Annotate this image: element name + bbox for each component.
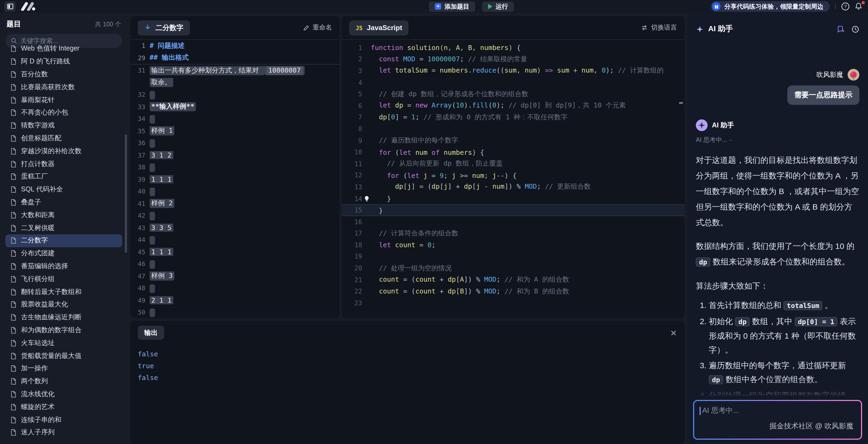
line-number: 10 bbox=[342, 148, 362, 156]
sidebar-item[interactable]: 迷人子序列 bbox=[5, 426, 122, 439]
document-icon bbox=[10, 391, 17, 398]
document-icon bbox=[10, 314, 17, 321]
sidebar-item[interactable]: 二叉树供暖 bbox=[5, 221, 122, 234]
sidebar-item[interactable]: 流水线优化 bbox=[5, 388, 122, 401]
sidebar-toggle-button[interactable] bbox=[4, 1, 16, 11]
code-line: 18 let count = 0; bbox=[342, 239, 684, 251]
switch-language-button[interactable]: 切换语言 bbox=[641, 23, 677, 32]
sidebar-item[interactable]: 穿越沙漠的补给次数 bbox=[5, 145, 122, 158]
line-content bbox=[150, 284, 340, 293]
sidebar-item[interactable]: 蛋糕工厂 bbox=[5, 170, 122, 183]
line-number: 34 bbox=[130, 115, 150, 123]
sidebar-item[interactable]: 火车站选址 bbox=[5, 337, 122, 350]
sidebar-item[interactable]: 股票收益最大化 bbox=[5, 298, 122, 311]
line-number: 21 bbox=[342, 276, 362, 283]
sidebar-item[interactable]: 古生物血缘远近判断 bbox=[5, 311, 122, 324]
sidebar-item[interactable]: 和为偶数的数字组合 bbox=[5, 324, 122, 337]
line-content: 输出一共有多少种划分方式，结果对 10000007 bbox=[150, 66, 340, 75]
problem-tab[interactable]: 二分数字 bbox=[138, 20, 190, 35]
sidebar-item[interactable]: 百分位数 bbox=[5, 68, 122, 81]
sidebar-item[interactable]: 螺旋的艺术 bbox=[5, 401, 122, 414]
line-content: 样例 1 bbox=[150, 127, 340, 136]
sidebar-item[interactable]: 叠盘子 bbox=[5, 196, 122, 209]
sidebar-item-label: 打点计数器 bbox=[21, 159, 55, 169]
inline-code-chip: dp[0] = 1 bbox=[795, 317, 837, 326]
sidebar-item[interactable]: SQL 代码补全 bbox=[5, 183, 122, 196]
sidebar-item[interactable]: 阿 D 的飞行路线 bbox=[5, 55, 122, 68]
output-tab[interactable]: 输出 bbox=[138, 326, 164, 340]
lightbulb-icon[interactable] bbox=[364, 196, 369, 202]
sidebar-scrollbar[interactable] bbox=[125, 134, 127, 253]
markdown-sticky-line: 1# 问题描述 bbox=[130, 40, 340, 52]
markdown-line: 373 1 2 bbox=[130, 149, 340, 161]
code-line: 3 let totalSum = numbers.reduce((sum, nu… bbox=[342, 65, 684, 77]
sidebar-item[interactable]: 打点计数器 bbox=[5, 158, 122, 170]
sidebar-item[interactable]: 猜数字游戏 bbox=[5, 119, 122, 132]
document-icon bbox=[10, 352, 17, 359]
sidebar-item[interactable]: 不再贪心的小包 bbox=[5, 106, 122, 119]
help-button[interactable]: ? bbox=[841, 2, 850, 11]
sidebar-item[interactable]: 暴雨梨花针 bbox=[5, 94, 122, 106]
problem-list: Web 色值转 Integer阿 D 的飞行路线百分位数比赛最高获胜次数暴雨梨花… bbox=[5, 42, 122, 439]
close-icon[interactable]: ✕ bbox=[670, 329, 677, 337]
line-content bbox=[150, 114, 340, 123]
search-input[interactable] bbox=[21, 37, 117, 45]
line-number: 1 bbox=[130, 42, 150, 50]
js-badge-icon: JS bbox=[356, 25, 363, 31]
sidebar-item[interactable]: 货船载货量的最大值 bbox=[5, 349, 122, 362]
ai-steps-list: 首先计算数组的总和 totalSum 。初始化 dp 数组，其中 dp[0] =… bbox=[696, 298, 859, 396]
sidebar-item-label: 蛋糕工厂 bbox=[21, 172, 48, 181]
plus-icon: + bbox=[435, 3, 441, 10]
code-line: 16 bbox=[342, 216, 684, 228]
text-cursor bbox=[700, 407, 701, 415]
line-number: 29 bbox=[130, 54, 150, 62]
sidebar-item[interactable]: 两个数列 bbox=[5, 375, 122, 388]
selection-block bbox=[150, 284, 155, 293]
line-content: } bbox=[371, 195, 684, 203]
line-number: 44 bbox=[130, 236, 150, 244]
ai-step-item: 首先计算数组的总和 totalSum 。 bbox=[709, 298, 859, 313]
sidebar-item[interactable]: 飞行棋分组 bbox=[5, 273, 122, 286]
code-line: 1function solution(n, A, B, numbers) { bbox=[342, 42, 684, 54]
line-content: 3 1 2 bbox=[150, 151, 340, 159]
chat-input[interactable]: AI 思考中... 掘金技术社区 @ 吹风影魔 bbox=[693, 400, 862, 440]
console-output-line: true bbox=[138, 360, 677, 372]
notifications-button[interactable] bbox=[855, 2, 863, 11]
markdown-editor[interactable]: 31输出一共有多少种划分方式，结果对 10000007取余。3233**输入样例… bbox=[130, 65, 340, 318]
sparkle-icon bbox=[696, 25, 704, 33]
sidebar-item[interactable]: 创意标题匹配 bbox=[5, 132, 122, 145]
sidebar-item-label: 流水线优化 bbox=[21, 390, 55, 399]
line-number: 9 bbox=[342, 137, 362, 144]
document-icon bbox=[10, 301, 17, 308]
ai-message-body: 对于这道题，我们的目标是找出将数组数字划分为两组，使得一组数字和的个位数为 A … bbox=[696, 152, 859, 396]
sidebar-item-label: Web 色值转 Integer bbox=[21, 44, 80, 54]
markdown-line: 492 1 1 bbox=[130, 294, 340, 306]
sidebar-item[interactable]: 番茄编辑的选择 bbox=[5, 260, 122, 273]
history-clock-icon bbox=[851, 25, 859, 33]
arrow-down-icon bbox=[144, 24, 151, 31]
promo-banner[interactable]: 分享代码练习体验，领限量定制周边 bbox=[711, 1, 830, 12]
sidebar-item[interactable]: 连续子串的和 bbox=[5, 413, 122, 426]
markdown-line: 47样例 3 bbox=[130, 270, 340, 282]
sidebar-item[interactable]: 二分数字 bbox=[5, 234, 122, 247]
sidebar-item-label: 不再贪心的小包 bbox=[21, 108, 68, 117]
line-number: 19 bbox=[342, 253, 362, 261]
ai-step-item: 分别处理一组为空和两组都有数字的情况，计算符合条件的组合数。 bbox=[709, 389, 859, 396]
line-number: 38 bbox=[130, 164, 150, 171]
sidebar-item[interactable]: 翻转后最大子数组和 bbox=[5, 285, 122, 298]
document-icon bbox=[10, 225, 17, 231]
new-chat-button[interactable] bbox=[837, 25, 845, 33]
sidebar-item[interactable]: 加一操作 bbox=[5, 362, 122, 375]
sidebar-item[interactable]: 大数和距离 bbox=[5, 209, 122, 222]
code-editor[interactable]: 1function solution(n, A, B, numbers) {2 … bbox=[342, 40, 684, 309]
sidebar-item[interactable]: 分布式团建 bbox=[5, 247, 122, 260]
history-button[interactable] bbox=[851, 25, 859, 33]
sidebar-item-label: 翻转后最大子数组和 bbox=[21, 287, 82, 297]
sidebar-item[interactable]: 比赛最高获胜次数 bbox=[5, 81, 122, 94]
markdown-line: 34 bbox=[130, 113, 340, 125]
language-tab[interactable]: JS JavaScript bbox=[349, 20, 409, 35]
document-icon bbox=[10, 327, 17, 334]
rename-button[interactable]: 重命名 bbox=[303, 23, 332, 32]
run-button[interactable]: 运行 bbox=[482, 1, 514, 11]
add-problem-button[interactable]: + 添加题目 bbox=[429, 1, 475, 11]
